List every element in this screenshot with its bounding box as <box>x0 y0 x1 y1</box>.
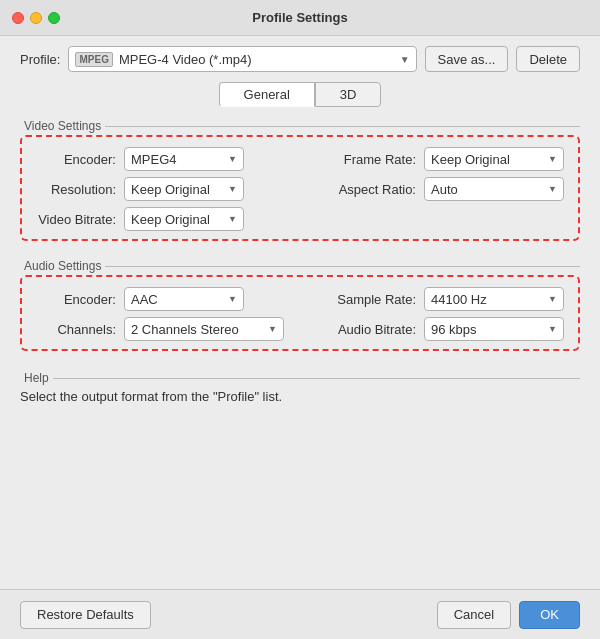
minimize-button[interactable] <box>30 12 42 24</box>
frame-rate-label: Frame Rate: <box>326 152 416 167</box>
video-settings-label: Video Settings <box>20 119 105 133</box>
tab-3d[interactable]: 3D <box>315 82 382 107</box>
sample-rate-chevron-icon: ▼ <box>548 294 557 304</box>
encoder-value: MPEG4 <box>131 152 177 167</box>
tabs-row: General 3D <box>20 82 580 107</box>
audio-row-2: Channels: 2 Channels Stereo ▼ Audio Bitr… <box>36 317 564 341</box>
audio-bitrate-chevron-icon: ▼ <box>548 324 557 334</box>
window-title: Profile Settings <box>252 10 347 25</box>
video-row-3: Video Bitrate: Keep Original ▼ <box>36 207 564 231</box>
audio-settings-section: Encoder: AAC ▼ Sample Rate: 44100 Hz ▼ C… <box>20 275 580 351</box>
audio-encoder-chevron-icon: ▼ <box>228 294 237 304</box>
encoder-select[interactable]: MPEG4 ▼ <box>124 147 244 171</box>
aspect-ratio-label: Aspect Ratio: <box>326 182 416 197</box>
bottom-bar: Restore Defaults Cancel OK <box>0 589 600 639</box>
frame-rate-chevron-icon: ▼ <box>548 154 557 164</box>
resolution-label: Resolution: <box>36 182 116 197</box>
resolution-select[interactable]: Keep Original ▼ <box>124 177 244 201</box>
encoder-label: Encoder: <box>36 152 116 167</box>
tab-general[interactable]: General <box>219 82 315 107</box>
channels-label: Channels: <box>36 322 116 337</box>
profile-select[interactable]: MPEG MPEG-4 Video (*.mp4) ▼ <box>68 46 416 72</box>
audio-settings-label: Audio Settings <box>20 259 105 273</box>
ok-button[interactable]: OK <box>519 601 580 629</box>
audio-bitrate-label: Audio Bitrate: <box>326 322 416 337</box>
sample-rate-select[interactable]: 44100 Hz ▼ <box>424 287 564 311</box>
profile-row: Profile: MPEG MPEG-4 Video (*.mp4) ▼ Sav… <box>20 46 580 72</box>
cancel-button[interactable]: Cancel <box>437 601 511 629</box>
audio-bitrate-value: 96 kbps <box>431 322 477 337</box>
resolution-value: Keep Original <box>131 182 210 197</box>
audio-encoder-label: Encoder: <box>36 292 116 307</box>
aspect-ratio-chevron-icon: ▼ <box>548 184 557 194</box>
close-button[interactable] <box>12 12 24 24</box>
video-bitrate-chevron-icon: ▼ <box>228 214 237 224</box>
video-bitrate-label: Video Bitrate: <box>36 212 116 227</box>
video-bitrate-select[interactable]: Keep Original ▼ <box>124 207 244 231</box>
audio-bitrate-select[interactable]: 96 kbps ▼ <box>424 317 564 341</box>
profile-selected-value: MPEG-4 Video (*.mp4) <box>119 52 394 67</box>
video-row-1: Encoder: MPEG4 ▼ Frame Rate: Keep Origin… <box>36 147 564 171</box>
frame-rate-value: Keep Original <box>431 152 510 167</box>
help-text: Select the output format from the "Profi… <box>20 389 580 404</box>
aspect-ratio-value: Auto <box>431 182 458 197</box>
channels-value: 2 Channels Stereo <box>131 322 239 337</box>
save-as-button[interactable]: Save as... <box>425 46 509 72</box>
frame-rate-select[interactable]: Keep Original ▼ <box>424 147 564 171</box>
delete-button[interactable]: Delete <box>516 46 580 72</box>
profile-format-icon: MPEG <box>75 52 112 67</box>
main-content: Profile: MPEG MPEG-4 Video (*.mp4) ▼ Sav… <box>0 36 600 589</box>
resolution-chevron-icon: ▼ <box>228 184 237 194</box>
aspect-ratio-select[interactable]: Auto ▼ <box>424 177 564 201</box>
title-bar: Profile Settings <box>0 0 600 36</box>
profile-label: Profile: <box>20 52 60 67</box>
help-label: Help <box>20 371 53 385</box>
sample-rate-value: 44100 Hz <box>431 292 487 307</box>
sample-rate-label: Sample Rate: <box>326 292 416 307</box>
video-settings-section: Encoder: MPEG4 ▼ Frame Rate: Keep Origin… <box>20 135 580 241</box>
traffic-lights <box>12 12 60 24</box>
help-section: Help Select the output format from the "… <box>20 371 580 404</box>
audio-encoder-value: AAC <box>131 292 158 307</box>
audio-encoder-select[interactable]: AAC ▼ <box>124 287 244 311</box>
encoder-chevron-icon: ▼ <box>228 154 237 164</box>
profile-chevron-icon: ▼ <box>400 54 410 65</box>
audio-row-1: Encoder: AAC ▼ Sample Rate: 44100 Hz ▼ <box>36 287 564 311</box>
channels-chevron-icon: ▼ <box>268 324 277 334</box>
maximize-button[interactable] <box>48 12 60 24</box>
video-bitrate-value: Keep Original <box>131 212 210 227</box>
bottom-right-buttons: Cancel OK <box>437 601 580 629</box>
channels-select[interactable]: 2 Channels Stereo ▼ <box>124 317 284 341</box>
restore-defaults-button[interactable]: Restore Defaults <box>20 601 151 629</box>
video-row-2: Resolution: Keep Original ▼ Aspect Ratio… <box>36 177 564 201</box>
